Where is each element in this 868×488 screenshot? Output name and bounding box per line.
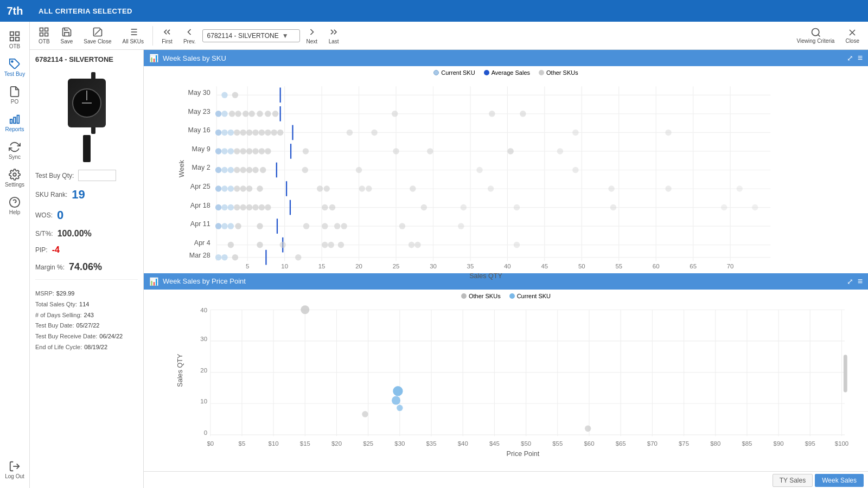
chart1-menu-button[interactable]: ≡ xyxy=(858,53,863,63)
svg-point-148 xyxy=(257,185,263,192)
toolbar: OTB Save Save Close All SKUs First xyxy=(30,22,868,50)
svg-point-197 xyxy=(232,254,238,261)
chart2-menu-button[interactable]: ≡ xyxy=(858,277,863,286)
svg-point-142 xyxy=(215,185,221,192)
svg-text:70: 70 xyxy=(727,263,734,269)
svg-point-89 xyxy=(221,111,227,117)
svg-text:May 2: May 2 xyxy=(192,164,210,171)
svg-point-88 xyxy=(215,111,221,117)
svg-point-149 xyxy=(317,185,323,192)
svg-text:5: 5 xyxy=(246,263,249,269)
sidebar-item-help[interactable]: Help xyxy=(0,192,29,220)
all-skus-button[interactable]: All SKUs xyxy=(118,24,148,47)
content: OTB Save Save Close All SKUs First xyxy=(30,22,868,488)
svg-text:$40: $40 xyxy=(458,440,468,446)
svg-text:10: 10 xyxy=(281,263,288,269)
save-button[interactable]: Save xyxy=(56,24,78,47)
svg-point-257 xyxy=(362,411,368,418)
svg-point-115 xyxy=(215,148,221,155)
svg-text:$80: $80 xyxy=(710,440,720,446)
svg-point-92 xyxy=(242,111,248,117)
legend-other-skus: Other SKUs xyxy=(539,69,578,76)
svg-text:30: 30 xyxy=(200,336,207,342)
svg-point-198 xyxy=(295,254,301,261)
svg-text:$85: $85 xyxy=(742,440,752,446)
sidebar-item-settings[interactable]: Settings xyxy=(0,164,29,192)
days-selling-row: # of Days Selling: 243 xyxy=(35,310,138,321)
svg-point-183 xyxy=(341,223,347,229)
svg-point-174 xyxy=(752,204,758,211)
svg-text:65: 65 xyxy=(690,263,697,269)
margin-label: Margin %: xyxy=(35,264,65,271)
svg-rect-1 xyxy=(16,32,19,35)
svg-point-147 xyxy=(246,185,252,192)
sidebar-item-help-label: Help xyxy=(9,209,21,215)
legend2-current-sku: Current SKU xyxy=(509,293,551,299)
first-button[interactable]: First xyxy=(157,24,177,47)
sidebar-item-logout[interactable]: Log Out xyxy=(0,456,29,484)
total-sales-row: Total Sales Qty: 114 xyxy=(35,299,138,310)
chart1-header: 📊 Week Sales by SKU ⤢ ≡ xyxy=(144,50,868,66)
otb-button-label: OTB xyxy=(39,38,50,44)
viewing-criteria-label: Viewing Criteria xyxy=(797,38,835,44)
sidebar-item-po[interactable]: PO xyxy=(0,81,29,109)
svg-text:$20: $20 xyxy=(331,440,342,446)
chart1-legend: Current SKU Average Sales Other SKUs xyxy=(144,66,868,79)
ty-sales-tab[interactable]: TY Sales xyxy=(773,474,813,487)
save-button-label: Save xyxy=(61,38,73,44)
svg-point-87 xyxy=(232,92,238,99)
pip-value: -4 xyxy=(52,245,60,255)
svg-point-131 xyxy=(221,167,227,174)
chart1-expand-button[interactable]: ⤢ xyxy=(847,54,853,62)
test-buy-qty-input[interactable] xyxy=(78,170,116,181)
st-label: S/T%: xyxy=(35,230,53,237)
sidebar-item-testbuy[interactable]: Test Buy xyxy=(0,54,29,81)
total-sales-value: 114 xyxy=(79,299,89,310)
test-buy-date-row: Test Buy Date: 05/27/22 xyxy=(35,320,138,331)
next-button[interactable]: Next xyxy=(302,24,322,47)
svg-text:40: 40 xyxy=(200,307,207,313)
all-skus-button-label: All SKUs xyxy=(123,38,144,44)
sku-selector[interactable]: 6782114 - SILVERTONE ▼ xyxy=(202,29,300,42)
svg-point-153 xyxy=(410,185,416,192)
close-toolbar-label: Close xyxy=(845,38,859,44)
svg-point-150 xyxy=(324,185,330,192)
sidebar-item-otb-label: OTB xyxy=(9,43,21,49)
legend-other-skus-label: Other SKUs xyxy=(546,69,578,76)
last-button[interactable]: Last xyxy=(324,24,343,47)
legend-average-sales-label: Average Sales xyxy=(492,69,530,76)
chart1-title: Week Sales by SKU xyxy=(163,54,226,62)
prev-button[interactable]: Prev. xyxy=(179,24,200,47)
svg-point-156 xyxy=(665,185,671,192)
svg-text:Apr 18: Apr 18 xyxy=(190,202,210,209)
svg-text:$75: $75 xyxy=(679,440,689,446)
svg-point-112 xyxy=(371,130,377,136)
svg-point-194 xyxy=(514,242,520,248)
chart2-expand-button[interactable]: ⤢ xyxy=(847,277,853,286)
svg-point-256 xyxy=(393,386,403,396)
svg-point-167 xyxy=(322,204,328,211)
viewing-criteria-button[interactable]: Viewing Criteria xyxy=(793,25,839,46)
test-buy-qty-label: Test Buy Qty: xyxy=(35,172,74,179)
svg-point-179 xyxy=(257,223,263,229)
st-row: S/T%: 100.00% xyxy=(35,229,138,239)
svg-point-191 xyxy=(338,242,344,248)
sidebar-item-sync[interactable]: Sync xyxy=(0,137,29,164)
save-close-button[interactable]: Save Close xyxy=(79,24,116,47)
pip-label: PIP: xyxy=(35,246,48,254)
end-of-life-label: End of Life Cycle: xyxy=(35,342,82,353)
close-toolbar-button[interactable]: Close xyxy=(841,25,864,46)
sidebar-item-reports[interactable]: Reports xyxy=(0,109,29,137)
svg-rect-261 xyxy=(844,355,847,392)
days-selling-label: # of Days Selling: xyxy=(35,310,82,321)
week-sales-tab[interactable]: Week Sales xyxy=(815,474,864,487)
svg-point-100 xyxy=(215,130,221,136)
other-skus-dot xyxy=(539,70,544,75)
otb-button[interactable]: OTB xyxy=(34,24,54,47)
sidebar-item-otb[interactable]: OTB xyxy=(0,26,29,54)
test-buy-receive-value: 06/24/22 xyxy=(99,331,123,342)
svg-line-16 xyxy=(95,29,100,35)
sidebar-item-po-label: PO xyxy=(11,99,18,105)
save-close-button-label: Save Close xyxy=(84,38,111,44)
svg-point-162 xyxy=(240,204,246,211)
